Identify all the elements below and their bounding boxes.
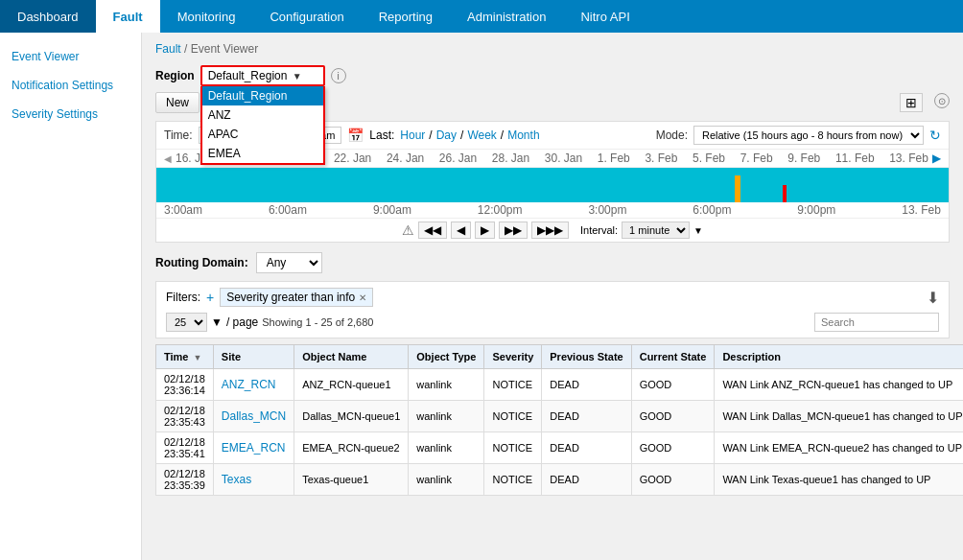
next-next-button[interactable]: ▶▶▶ [531,222,569,239]
scroll-left-icon[interactable]: ◀ [164,153,172,164]
cell-severity: NOTICE [484,369,542,401]
routing-select[interactable]: Any [256,252,322,273]
cell-description: WAN Link Texas-queue1 has changed to UP [715,464,963,496]
sidebar: Event Viewer Notification Settings Sever… [0,33,142,560]
calendar-icon[interactable]: 📅 [347,128,364,143]
filter-close-icon[interactable]: ✕ [359,292,366,303]
cell-cur-state: GOOD [631,464,715,496]
cell-time: 02/12/18 23:35:43 [156,401,214,432]
timeline-times: 3:00am 6:00am 9:00am 12:00pm 3:00pm 6:00… [156,202,949,219]
last-links: Hour / Day / Week / Month [400,128,539,142]
cell-prev-state: DEAD [542,369,631,401]
site-link[interactable]: Dallas_MCN [222,409,286,423]
cell-prev-state: DEAD [542,464,631,496]
cell-site: Dallas_MCN [213,401,294,432]
main-layout: Event Viewer Notification Settings Sever… [0,33,963,560]
region-row: Region Default_Region ▼ Default_Region A… [155,65,950,86]
last-month-link[interactable]: Month [507,128,539,142]
timeline-spike-orange [735,175,740,202]
col-time[interactable]: Time ▼ [156,345,214,369]
filter-tag-text: Severity greater than info [226,291,355,304]
cell-object-name: Texas-queue1 [294,464,409,496]
nav-monitoring[interactable]: Monitoring [160,0,253,33]
routing-row: Routing Domain: Any [155,252,950,273]
per-page-select[interactable]: 25 [166,313,207,332]
col-description[interactable]: Description [715,345,963,369]
sidebar-item-event-viewer[interactable]: Event Viewer [0,42,141,71]
top-nav: Dashboard Fault Monitoring Configuration… [0,0,963,33]
new-button[interactable]: New [155,92,200,113]
add-filter-icon[interactable]: + [206,290,214,305]
info-icon[interactable]: i [331,68,346,83]
col-site[interactable]: Site [213,345,294,369]
nav-configuration[interactable]: Configuration [252,0,361,33]
timeline-bar[interactable] [156,168,949,202]
prev-button[interactable]: ◀ [451,222,471,239]
last-label: Last: [369,128,394,142]
col-object-type[interactable]: Object Type [409,345,484,369]
last-week-link[interactable]: Week [467,128,496,142]
cell-object-name: Dallas_MCN-queue1 [294,401,409,432]
region-selected-value: Default_Region [208,69,288,82]
region-select[interactable]: Default_Region ▼ [200,65,325,86]
timeline-fill [156,168,949,202]
interval-select[interactable]: 1 minute [622,222,690,239]
sidebar-item-severity-settings[interactable]: Severity Settings [0,100,141,128]
refresh-icon[interactable]: ↻ [929,128,941,143]
cell-site: Texas [213,464,294,496]
table-body: 02/12/18 23:36:14 ANZ_RCN ANZ_RCN-queue1… [156,369,964,496]
col-severity[interactable]: Severity [484,345,542,369]
next-button[interactable]: ▶▶ [499,222,528,239]
cell-time: 02/12/18 23:35:41 [156,432,214,464]
region-option-anz[interactable]: ANZ [202,105,323,125]
nav-reporting[interactable]: Reporting [362,0,450,33]
col-previous-state[interactable]: Previous State [542,345,631,369]
cell-site: EMEA_RCN [213,432,294,464]
cell-severity: NOTICE [484,464,542,496]
chevron-down-icon: ▼ [293,71,302,82]
mode-label: Mode: [656,128,688,142]
export-icon[interactable]: ⬇ [927,289,939,307]
table-row: 02/12/18 23:36:14 ANZ_RCN ANZ_RCN-queue1… [156,369,964,401]
nav-nitro-api[interactable]: Nitro API [563,0,646,33]
cell-cur-state: GOOD [631,369,715,401]
nav-administration[interactable]: Administration [450,0,563,33]
data-table: Time ▼ Site Object Name Object Type Seve… [155,344,963,496]
region-option-apac[interactable]: APAC [202,125,323,144]
cell-prev-state: DEAD [542,401,631,432]
mode-select[interactable]: Relative (15 hours ago - 8 hours from no… [693,126,924,145]
timeline-controls: ⚠ ◀◀ ◀ ▶ ▶▶ ▶▶▶ Interval: 1 minute ▼ [156,219,949,242]
cell-object-type: wanlink [409,432,484,464]
cell-description: WAN Link Dallas_MCN-queue1 has changed t… [715,401,963,432]
nav-fault[interactable]: Fault [96,0,160,33]
cell-prev-state: DEAD [542,432,631,464]
table-header: Time ▼ Site Object Name Object Type Seve… [156,345,964,369]
site-link[interactable]: ANZ_RCN [222,378,276,391]
last-hour-link[interactable]: Hour [400,128,425,142]
last-day-link[interactable]: Day [436,128,457,142]
site-link[interactable]: EMEA_RCN [222,441,286,455]
grid-view-button[interactable]: ⊞ [900,93,923,112]
interval-arrow-icon: ▼ [693,225,703,236]
timeline-spike-red [783,185,787,202]
filter-tag: Severity greater than info ✕ [220,288,373,307]
prev-prev-button[interactable]: ◀◀ [418,222,447,239]
sidebar-item-notification-settings[interactable]: Notification Settings [0,71,141,100]
cell-description: WAN Link ANZ_RCN-queue1 has changed to U… [715,369,963,401]
main-content: Fault / Event Viewer Region Default_Regi… [142,33,963,560]
col-object-name[interactable]: Object Name [294,345,409,369]
nav-dashboard[interactable]: Dashboard [0,0,96,33]
search-input[interactable] [814,313,939,332]
region-option-default[interactable]: Default_Region [202,86,323,105]
table-row: 02/12/18 23:35:43 Dallas_MCN Dallas_MCN-… [156,401,964,432]
settings-icon[interactable]: ⊙ [934,93,950,108]
col-current-state[interactable]: Current State [631,345,715,369]
play-button[interactable]: ▶ [475,222,495,239]
region-option-emea[interactable]: EMEA [202,144,323,163]
cell-site: ANZ_RCN [213,369,294,401]
filters-label: Filters: [166,291,200,304]
cell-time: 02/12/18 23:35:39 [156,464,214,496]
breadcrumb-fault[interactable]: Fault [155,42,181,56]
interval-label: Interval: [580,224,618,236]
site-link[interactable]: Texas [222,473,251,486]
